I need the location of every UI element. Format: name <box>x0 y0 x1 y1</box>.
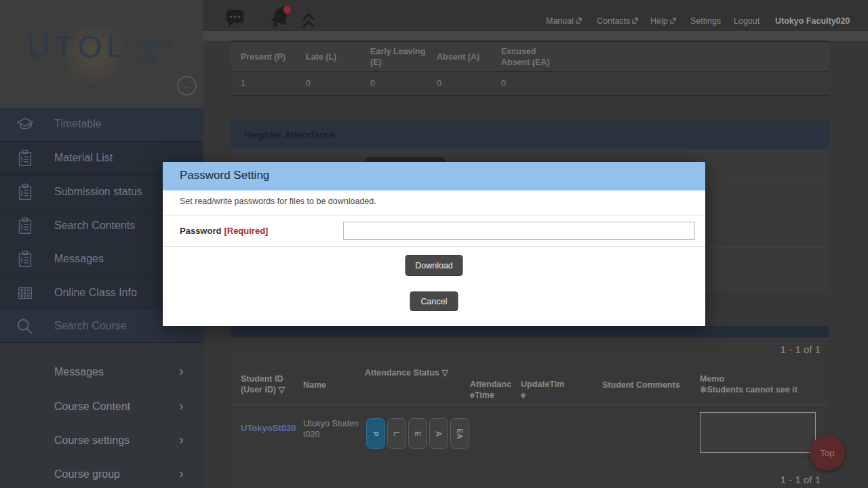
chat-icon[interactable] <box>226 10 243 23</box>
external-link-icon <box>632 16 638 26</box>
submenu-item-course-content[interactable]: Course Content › <box>0 390 203 424</box>
chevron-right-icon: › <box>179 363 184 379</box>
chevron-right-icon: › <box>179 466 184 481</box>
submenu-item-messages[interactable]: Messages › <box>0 356 203 390</box>
summary-value-row: 1 0 0 0 0 <box>231 72 829 96</box>
modal-header: Password Setting <box>163 162 705 190</box>
online-class-grid-icon <box>15 283 35 304</box>
status-label: A <box>435 431 443 436</box>
status-button-late[interactable]: L <box>387 418 406 449</box>
col-memo: Memo ※Students cannot see it <box>700 373 797 395</box>
status-label: EA <box>456 428 464 439</box>
attendance-status-buttons: P L E A EA <box>366 418 469 449</box>
attendance-summary-table: Present (P) Late (L) Early Leaving (E) A… <box>231 41 829 96</box>
pagination-top: 1 - 1 of 1 <box>781 344 821 355</box>
summary-value: 1 <box>241 79 245 88</box>
memo-textarea[interactable] <box>700 412 816 453</box>
topbar-link-logout[interactable]: Logout <box>734 16 760 26</box>
summary-col-excused-absent: Excused Absent (EA) <box>501 46 559 68</box>
sidebar-collapse-button[interactable]: ← <box>177 76 197 96</box>
password-label-text: Password <box>180 226 221 236</box>
external-link-icon <box>670 16 676 26</box>
link-label: Settings <box>690 16 721 26</box>
notification-badge <box>283 6 291 14</box>
sidebar-item-label: Submission status <box>54 186 142 198</box>
logo-area: UTOL UTokyo LMS ← <box>0 0 203 108</box>
link-label: Contacts <box>597 16 630 26</box>
modal-divider <box>163 246 705 247</box>
sidebar-item-label: Search Course <box>54 320 127 332</box>
submenu-item-label: Course group <box>54 468 120 481</box>
scroll-to-top-button[interactable]: Top <box>810 435 845 470</box>
table-row-border <box>231 464 829 464</box>
link-label: Logout <box>734 16 760 26</box>
back-arrow-icon: ← <box>182 80 192 92</box>
summary-value: 0 <box>501 79 506 88</box>
sidebar-item-label: Material List <box>54 152 113 164</box>
col-label-note: ※Students cannot see it <box>700 385 797 394</box>
logo-sub-line2: LMS <box>134 52 157 64</box>
summary-col-present: Present (P) <box>241 52 285 62</box>
sidebar-item-label: Messages <box>54 253 104 265</box>
table-header-border <box>231 405 829 405</box>
cancel-button[interactable]: Cancel <box>410 291 458 311</box>
sidebar-item-label: Search Contents <box>54 220 135 232</box>
chevron-right-icon: › <box>179 398 184 413</box>
col-label: Student ID <box>241 374 283 384</box>
required-badge: [Required] <box>224 226 268 236</box>
panel-title: Register Attendance <box>244 129 336 140</box>
link-label: Manual <box>546 16 574 26</box>
sidebar-course-submenu: Messages › Course Content › Course setti… <box>0 343 203 488</box>
col-name: Name <box>303 380 326 390</box>
topbar-lower-band <box>203 31 868 41</box>
password-label: Password[Required] <box>180 226 268 236</box>
col-update-time: UpdateTime <box>521 379 566 401</box>
student-name: Utokyo Student020 <box>303 418 360 440</box>
status-label: P <box>372 431 380 436</box>
submenu-item-course-settings[interactable]: Course settings › <box>0 424 203 458</box>
summary-col-absent: Absent (A) <box>437 52 479 62</box>
status-label: E <box>414 431 422 436</box>
password-input[interactable] <box>343 222 695 240</box>
status-button-absent[interactable]: A <box>429 418 448 449</box>
graduation-cap-icon <box>15 115 35 135</box>
submenu-item-label: Course settings <box>54 434 130 447</box>
modal-message: Set read/write passwords for files to be… <box>180 197 376 206</box>
clipboard-icon <box>15 148 35 169</box>
summary-value: 0 <box>370 79 375 88</box>
clipboard-icon <box>15 249 35 270</box>
topbar-link-help[interactable]: Help <box>650 16 676 26</box>
pagination-bottom: 1 - 1 of 1 <box>781 474 821 485</box>
sidebar-item-timetable[interactable]: Timetable <box>0 108 203 142</box>
status-button-excused-absent[interactable]: EA <box>450 418 469 449</box>
status-label: L <box>393 431 401 436</box>
topbar-link-manual[interactable]: Manual <box>546 16 582 26</box>
sidebar-item-label: Online Class Info <box>54 287 137 299</box>
modal-divider <box>163 215 705 216</box>
double-chevron-up-icon[interactable] <box>301 12 316 32</box>
sidebar-item-label: Timetable <box>54 118 102 130</box>
attendance-list-panel: 1 - 1 of 1 Student ID (User ID) ▽ Name A… <box>231 338 829 488</box>
submenu-item-course-group[interactable]: Course group › <box>0 458 203 488</box>
panel-header: Register Attendance <box>231 121 829 149</box>
col-attendance-status[interactable]: Attendance Status ▽ <box>365 367 448 378</box>
col-label: Memo <box>700 374 724 384</box>
clipboard-icon <box>15 182 35 203</box>
download-button[interactable]: Download <box>406 255 463 276</box>
status-button-early-leaving[interactable]: E <box>408 418 427 449</box>
utol-logo: UTOL <box>27 28 129 65</box>
topbar-link-contacts[interactable]: Contacts <box>597 16 638 26</box>
chevron-right-icon: › <box>179 432 184 447</box>
col-student-comments: Student Comments <box>602 380 680 390</box>
logo-sub-line1: UTokyo <box>134 39 170 50</box>
status-button-present[interactable]: P <box>366 418 385 449</box>
summary-value: 0 <box>437 79 441 88</box>
submenu-item-label: Messages <box>54 366 104 378</box>
col-label-sort: (User ID) ▽ <box>241 385 285 394</box>
summary-value: 0 <box>306 79 311 88</box>
student-id-link[interactable]: UTokyoSt020 <box>241 423 296 433</box>
summary-col-late: Late (L) <box>306 52 336 62</box>
col-student-id[interactable]: Student ID (User ID) ▽ <box>241 373 285 395</box>
attendance-list-panel-header <box>231 326 829 338</box>
topbar-link-settings[interactable]: Settings <box>690 16 721 26</box>
